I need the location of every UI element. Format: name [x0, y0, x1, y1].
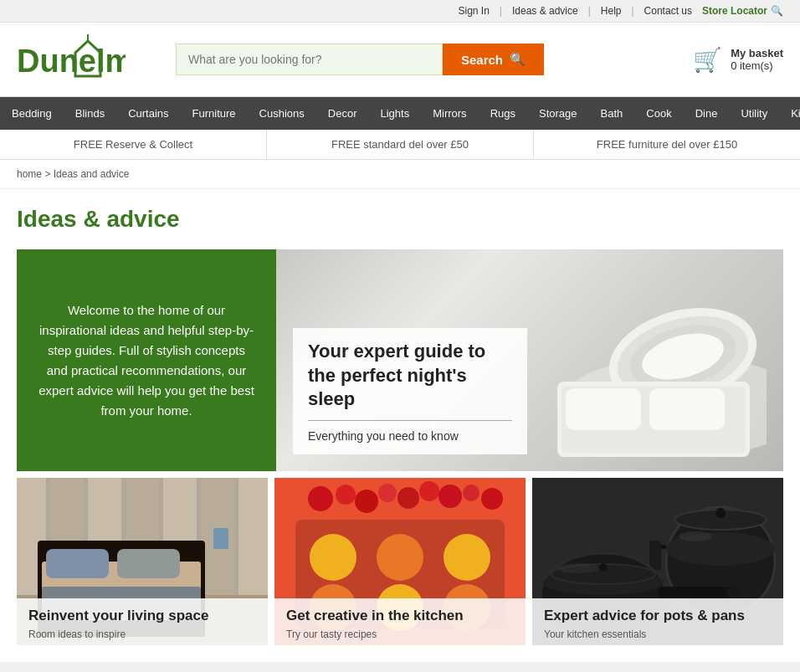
nav-mirrors[interactable]: Mirrors	[421, 97, 478, 130]
hero-image-box[interactable]: Your expert guide to the perfect night's…	[276, 249, 783, 471]
main-content: Ideas & advice Welcome to the home of ou…	[0, 189, 800, 662]
svg-point-36	[336, 485, 356, 505]
sep2: |	[588, 5, 591, 17]
main-nav: Bedding Blinds Curtains Furniture Cushio…	[0, 97, 800, 130]
promo-bar: FREE Reserve & Collect FREE standard del…	[0, 130, 800, 160]
svg-point-58	[557, 563, 599, 573]
hero-intro-text: Welcome to the home of our inspirational…	[38, 300, 255, 421]
svg-rect-26	[213, 528, 228, 549]
header: Dunelm Search 🔍 🛒 My basket 0 item(s)	[0, 23, 800, 97]
svg-point-40	[419, 481, 439, 501]
hero-intro-box: Welcome to the home of our inspirational…	[17, 249, 276, 471]
svg-text:Dunelm: Dunelm	[17, 44, 126, 79]
card-bedroom-title: Reinvent your living space	[28, 607, 256, 625]
card-kitchen-title: Get creative in the kitchen	[286, 607, 514, 625]
svg-point-39	[397, 487, 419, 509]
svg-rect-23	[46, 549, 109, 578]
svg-point-42	[463, 485, 479, 501]
search-button[interactable]: Search 🔍	[443, 44, 544, 75]
logo[interactable]: Dunelm	[17, 34, 126, 85]
svg-point-50	[715, 508, 726, 518]
nav-bath[interactable]: Bath	[589, 97, 635, 130]
svg-point-56	[599, 563, 608, 572]
nav-cushions[interactable]: Cushions	[248, 97, 316, 130]
card-row: Reinvent your living space Room ideas to…	[17, 478, 783, 645]
card-bedroom[interactable]: Reinvent your living space Room ideas to…	[17, 478, 268, 645]
help-link[interactable]: Help	[601, 5, 622, 17]
hero-card-title: Your expert guide to the perfect night's…	[308, 340, 512, 412]
promo-1: FREE Reserve & Collect	[0, 130, 267, 159]
card-bedroom-overlay: Reinvent your living space Room ideas to…	[17, 598, 268, 645]
breadcrumb-separator: >	[44, 168, 53, 180]
card-kitchen-overlay: Get creative in the kitchen Try our tast…	[274, 598, 526, 645]
search-area: Search 🔍	[176, 44, 544, 75]
page-title: Ideas & advice	[17, 206, 783, 233]
breadcrumb-home[interactable]: home	[17, 168, 42, 180]
duvet-svg	[515, 256, 767, 465]
sep1: |	[500, 5, 502, 17]
signin-link[interactable]: Sign In	[458, 5, 489, 17]
nav-kids[interactable]: Kids	[779, 97, 800, 130]
nav-bedding[interactable]: Bedding	[0, 97, 64, 130]
hero-card-subtitle: Everything you need to know	[308, 429, 512, 443]
svg-rect-24	[117, 549, 180, 578]
hero-caption[interactable]: Your expert guide to the perfect night's…	[293, 328, 527, 454]
svg-rect-48	[649, 541, 661, 570]
card-pans-overlay: Expert advice for pots & pans Your kitch…	[532, 598, 783, 645]
card-pans-title: Expert advice for pots & pans	[544, 607, 772, 625]
nav-cook[interactable]: Cook	[634, 97, 683, 130]
svg-point-54	[726, 586, 740, 599]
nav-dine[interactable]: Dine	[684, 97, 730, 130]
svg-point-30	[377, 534, 423, 581]
svg-point-43	[481, 488, 503, 510]
store-locator-link[interactable]: Store Locator 🔍	[702, 5, 783, 17]
contact-link[interactable]: Contact us	[644, 5, 692, 17]
card-pans-subtitle: Your kitchen essentials	[544, 628, 772, 640]
promo-2: FREE standard del over £50	[267, 130, 534, 159]
hero-divider	[308, 420, 512, 421]
nav-lights[interactable]: Lights	[368, 97, 421, 130]
basket-text: My basket 0 item(s)	[731, 47, 783, 72]
svg-rect-9	[566, 388, 641, 430]
sep3: |	[631, 5, 633, 17]
nav-storage[interactable]: Storage	[527, 97, 589, 130]
search-input[interactable]	[176, 44, 443, 75]
svg-point-31	[444, 534, 490, 581]
search-btn-icon: 🔍	[510, 52, 526, 67]
basket-area[interactable]: 🛒 My basket 0 item(s)	[693, 46, 783, 74]
dunelm-logo-svg: Dunelm	[17, 34, 126, 85]
search-icon: 🔍	[771, 5, 783, 17]
nav-rugs[interactable]: Rugs	[479, 97, 527, 130]
promo-3: FREE furniture del over £150	[534, 130, 800, 159]
svg-point-37	[355, 490, 378, 513]
nav-decor[interactable]: Decor	[316, 97, 369, 130]
ideas-link[interactable]: Ideas & advice	[512, 5, 578, 17]
svg-point-38	[378, 484, 397, 502]
svg-point-41	[438, 485, 462, 508]
svg-point-35	[308, 486, 333, 511]
nav-furniture[interactable]: Furniture	[181, 97, 248, 130]
nav-curtains[interactable]: Curtains	[116, 97, 180, 130]
top-bar: Sign In | Ideas & advice | Help | Contac…	[0, 0, 800, 23]
card-kitchen-subtitle: Try our tasty recipes	[286, 628, 514, 640]
breadcrumb-current: Ideas and advice	[54, 168, 130, 180]
svg-rect-10	[649, 388, 725, 430]
nav-utility[interactable]: Utility	[729, 97, 779, 130]
svg-point-57	[679, 531, 712, 541]
card-kitchen[interactable]: Get creative in the kitchen Try our tast…	[274, 478, 526, 645]
breadcrumb: home > Ideas and advice	[0, 160, 800, 189]
nav-blinds[interactable]: Blinds	[64, 97, 116, 130]
card-pans[interactable]: Expert advice for pots & pans Your kitch…	[532, 478, 783, 645]
svg-point-29	[310, 534, 356, 581]
card-bedroom-subtitle: Room ideas to inspire	[28, 628, 256, 640]
hero-section: Welcome to the home of our inspirational…	[17, 249, 783, 471]
basket-icon: 🛒	[693, 46, 722, 74]
svg-rect-53	[658, 587, 733, 598]
